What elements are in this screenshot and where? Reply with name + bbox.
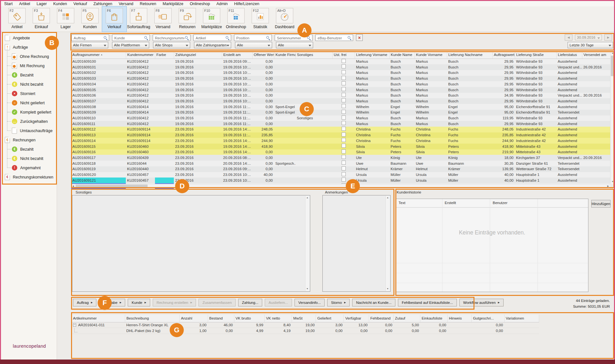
- scroll-up-icon[interactable]: ▲: [305, 196, 309, 200]
- column-header-versendet-am[interactable]: Versendet am: [582, 51, 610, 59]
- date-field[interactable]: 30.09.2016: [575, 35, 602, 40]
- ust-frei-checkbox[interactable]: [342, 172, 346, 176]
- order-row-au201609108[interactable]: AU201609108KU2016041419.09.201619.09.201…: [71, 104, 610, 110]
- vertical-scrollbar[interactable]: ▲ ▼: [385, 196, 390, 291]
- column-header-verfügbar[interactable]: Verfügbar: [344, 315, 369, 322]
- search-input-artikel[interactable]: [195, 35, 226, 41]
- filter-dropdown-4-alle[interactable]: Alle: [235, 42, 272, 48]
- ust-frei-checkbox[interactable]: [342, 166, 346, 170]
- search-input-rechnungsnummer[interactable]: [154, 35, 185, 41]
- ust-frei-checkbox[interactable]: [342, 110, 346, 114]
- menu-item-artikel[interactable]: Artikel: [16, 2, 33, 6]
- sidebar-item-nicht-bezahlt[interactable]: €Nicht bezahlt: [1, 154, 56, 163]
- date-prev-button[interactable]: ◀: [565, 34, 572, 41]
- column-header-kunde-vorname[interactable]: Kunde Vorname: [415, 51, 447, 59]
- toolbar-button-sofortauftrag[interactable]: F7Sofortauftrag: [126, 6, 151, 32]
- column-header-auftragsnummer[interactable]: Auftragsnummer▲: [71, 51, 126, 59]
- column-header-sonstiges[interactable]: Sonstiges: [295, 51, 332, 59]
- column-header-lieferung-vorname[interactable]: Lieferung Vorname: [355, 51, 389, 59]
- scroll-down-icon[interactable]: ▼: [305, 287, 309, 291]
- column-header-geliefert[interactable]: Geliefert: [316, 315, 344, 322]
- order-row-au201609116[interactable]: AU201609116KU2016046023.09.201619.09.201…: [71, 149, 610, 155]
- toolbar-button-onlineshop[interactable]: F11Onlineshop: [224, 6, 248, 32]
- sonstiges-textarea[interactable]: ▲ ▼: [72, 195, 310, 292]
- column-header-vk-brutto[interactable]: VK brutto: [234, 315, 264, 322]
- column-header-auftragswert[interactable]: Auftragswert: [492, 51, 515, 59]
- column-header-fehlbestand[interactable]: Fehlbestand: [369, 315, 393, 322]
- menu-item-start[interactable]: Start: [1, 2, 16, 6]
- scroll-up-icon[interactable]: ▲: [386, 196, 390, 200]
- menu-item-hilfe-lizenzen[interactable]: Hilfe/Lizenzen: [231, 2, 263, 6]
- tree-expander-icon[interactable]: [73, 323, 76, 327]
- scrollbar-thumb[interactable]: [76, 185, 148, 188]
- column-header-bestand[interactable]: Bestand: [208, 315, 234, 322]
- sidebar-item-komplett-geliefert[interactable]: ✓Komplett geliefert: [1, 107, 56, 117]
- ust-frei-checkbox[interactable]: [342, 64, 346, 68]
- scrollbar-thumb[interactable]: [611, 56, 614, 76]
- search-input-auftrag[interactable]: [73, 35, 104, 41]
- ust-frei-checkbox[interactable]: [342, 178, 346, 182]
- kunde-button[interactable]: Kunde▶: [128, 299, 150, 306]
- column-header-farbe[interactable]: Farbe: [155, 51, 174, 59]
- ust-frei-checkbox[interactable]: [342, 76, 346, 80]
- ust-frei-checkbox[interactable]: [342, 127, 346, 131]
- clear-search-button[interactable]: ×: [356, 34, 363, 41]
- toolbar-button-artikel[interactable]: F2Artikel: [5, 6, 29, 32]
- order-row-au201609104[interactable]: AU201609104KU2016041219.09.201619.09.201…: [71, 81, 610, 87]
- ust-frei-checkbox[interactable]: [342, 132, 346, 137]
- column-header-zulauf[interactable]: Zulauf: [393, 315, 420, 322]
- anmerkungen-textarea[interactable]: ▲ ▼: [322, 195, 391, 292]
- column-header-lieferung-nachname[interactable]: Lieferung Nachname: [447, 51, 492, 59]
- menu-item-lager[interactable]: Lager: [33, 2, 50, 6]
- nachricht-an-kunde-button[interactable]: Nachricht an Kunde...: [352, 299, 395, 306]
- ust-frei-checkbox[interactable]: [342, 87, 346, 91]
- menu-item-versand[interactable]: Versand: [116, 2, 137, 6]
- date-next-button[interactable]: ▶: [604, 34, 612, 41]
- column-header-vk-netto[interactable]: VK netto: [264, 315, 292, 322]
- position-row-herren-t-shirt-orange-xl[interactable]: AR2016041-011Herren-T-Shirt Orange XL3,0…: [72, 322, 539, 328]
- order-row-au201609102[interactable]: AU201609102KU2016041219.09.201619.09.201…: [71, 70, 610, 76]
- menu-item-kunden[interactable]: Kunden: [50, 2, 70, 6]
- sidebar-item-bezahlt[interactable]: €Bezahlt: [1, 70, 56, 80]
- order-row-au201609118[interactable]: AU201609118KU201604423.09.201620.09.2016…: [71, 161, 610, 166]
- sidebar-item-mit-rechnung[interactable]: Mit Rechnung: [1, 61, 56, 70]
- toolbar-button-versand[interactable]: F8Versand: [151, 6, 175, 32]
- order-row-au201609115[interactable]: AU201609115KU2016046023.09.201619.09.201…: [71, 144, 610, 149]
- order-row-au201609121[interactable]: AU201609121KU2016045723.09.201623.09.201…: [71, 178, 610, 183]
- order-row-au201609105[interactable]: AU201609105KU2016041219.09.201619.09.201…: [71, 87, 610, 93]
- column-header-variationen[interactable]: Variationen: [504, 315, 539, 322]
- menu-item-marktplätze[interactable]: Marktplätze: [159, 2, 187, 6]
- ust-frei-checkbox[interactable]: [342, 121, 346, 125]
- ust-frei-checkbox[interactable]: [342, 161, 346, 165]
- ust-frei-checkbox[interactable]: [342, 144, 346, 148]
- fehlbestand-auf-einkaufsliste-button[interactable]: Fehlbestand auf Einkaufsliste...: [398, 299, 457, 306]
- column-header-mwst[interactable]: MwSt: [292, 315, 316, 322]
- ust-frei-checkbox[interactable]: [342, 155, 346, 159]
- column-header-zahlungsziel[interactable]: Zahlungsziel: [174, 51, 222, 59]
- toolbar-button-verkauf[interactable]: F6Verkauf: [102, 6, 126, 32]
- sidebar-item-rechnungskorrekturen[interactable]: €Rechnungskorrekturen: [1, 172, 56, 182]
- filter-dropdown-1-alle-plattformen[interactable]: Alle Plattformen: [112, 42, 149, 48]
- order-row-au201609112[interactable]: AU201609112KU20160911423.09.201616.09.20…: [71, 127, 610, 132]
- toolbar-button-retouren[interactable]: F9Retouren: [175, 6, 199, 32]
- order-row-au201609103[interactable]: AU201609103KU2016041219.09.201619.09.201…: [71, 76, 610, 82]
- order-row-au201609119[interactable]: AU201609119KU2016044023.09.201623.09.201…: [71, 166, 610, 172]
- column-header-kunde-firma[interactable]: Kunde Firma: [274, 51, 295, 59]
- order-row-au201609109[interactable]: AU201609109KU2016041419.09.201619.09.201…: [71, 110, 610, 115]
- scroll-left-icon[interactable]: ◀: [71, 184, 75, 188]
- ust-frei-checkbox[interactable]: [342, 149, 346, 154]
- sidebar-item-ohne-rechnung[interactable]: Ohne Rechnung: [1, 52, 56, 61]
- sidebar-item-storniert[interactable]: ×Storniert: [1, 89, 56, 98]
- date-range-dropdown[interactable]: Letzte 30 Tage: [568, 42, 613, 48]
- order-row-au201609106[interactable]: AU201609106KU2016041219.09.201619.09.201…: [71, 93, 610, 99]
- versandinfo-button[interactable]: Versandinfo...: [295, 299, 325, 306]
- sidebar-item-umtauschaufträge[interactable]: Umtauschaufträge: [1, 126, 56, 135]
- vertical-scrollbar[interactable]: ▲ ▼: [305, 196, 310, 291]
- column-header-gutgeschri[interactable]: Gutgeschri...: [472, 315, 504, 322]
- zahlung-button[interactable]: Zahlung...: [238, 299, 262, 306]
- sidebar-item-nicht-geliefert[interactable]: ○Nicht geliefert: [1, 98, 56, 107]
- toolbar-button-einkauf[interactable]: F3Einkauf: [29, 6, 53, 32]
- order-row-au201609110[interactable]: AU201609110KU2016041219.09.201619.09.201…: [71, 115, 610, 121]
- filter-dropdown-5-alle[interactable]: Alle: [276, 42, 313, 48]
- column-header-kunde-name[interactable]: Kunde Name: [389, 51, 415, 59]
